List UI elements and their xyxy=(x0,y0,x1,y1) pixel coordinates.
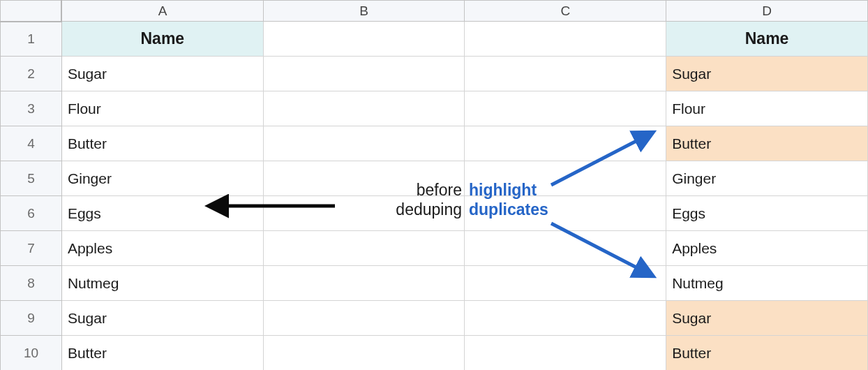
select-all-corner[interactable] xyxy=(1,1,62,22)
cell-A4[interactable]: Butter xyxy=(61,126,263,161)
cell-C3[interactable] xyxy=(465,91,666,126)
cell-D4[interactable]: Butter xyxy=(666,126,868,161)
spreadsheet-grid[interactable]: A B C D 1 Name Name 2 Sugar Sugar 3 Flou… xyxy=(0,0,868,370)
row-header-2[interactable]: 2 xyxy=(1,57,62,91)
cell-B9[interactable] xyxy=(263,301,465,336)
cell-D7[interactable]: Apples xyxy=(666,231,868,266)
cell-C9[interactable] xyxy=(465,301,666,336)
cell-D9[interactable]: Sugar xyxy=(666,301,868,336)
row-header-1[interactable]: 1 xyxy=(1,22,62,57)
col-header-B[interactable]: B xyxy=(263,1,465,22)
cell-B8[interactable] xyxy=(263,266,465,301)
cell-C10[interactable] xyxy=(465,336,666,371)
annotation-duplicates-label: duplicates xyxy=(469,200,548,219)
annotation-deduping-label: deduping xyxy=(396,200,462,219)
cell-C8[interactable] xyxy=(465,266,666,301)
annotation-before-deduping: before deduping xyxy=(340,181,462,219)
col-header-A[interactable]: A xyxy=(61,1,263,22)
annotation-before-label: before xyxy=(417,181,462,199)
cell-D6[interactable]: Eggs xyxy=(666,196,868,231)
cell-B10[interactable] xyxy=(263,336,465,371)
cell-A2[interactable]: Sugar xyxy=(61,57,263,91)
col-header-C[interactable]: C xyxy=(465,1,666,22)
row-header-6[interactable]: 6 xyxy=(1,196,62,231)
cell-D8[interactable]: Nutmeg xyxy=(666,266,868,301)
row-header-4[interactable]: 4 xyxy=(1,126,62,161)
cell-D2[interactable]: Sugar xyxy=(666,57,868,91)
cell-A5[interactable]: Ginger xyxy=(61,161,263,196)
cell-B3[interactable] xyxy=(263,91,465,126)
col-header-D[interactable]: D xyxy=(666,1,868,22)
cell-B4[interactable] xyxy=(263,126,465,161)
cell-A6[interactable]: Eggs xyxy=(61,196,263,231)
cell-A8[interactable]: Nutmeg xyxy=(61,266,263,301)
row-header-8[interactable]: 8 xyxy=(1,266,62,301)
cell-D10[interactable]: Butter xyxy=(666,336,868,371)
cell-C1[interactable] xyxy=(465,22,666,57)
cell-A7[interactable]: Apples xyxy=(61,231,263,266)
row-header-5[interactable]: 5 xyxy=(1,161,62,196)
cell-D1[interactable]: Name xyxy=(666,22,868,57)
cell-D3[interactable]: Flour xyxy=(666,91,868,126)
cell-B7[interactable] xyxy=(263,231,465,266)
row-header-9[interactable]: 9 xyxy=(1,301,62,336)
cell-A1[interactable]: Name xyxy=(61,22,263,57)
cell-B2[interactable] xyxy=(263,57,465,91)
row-header-3[interactable]: 3 xyxy=(1,91,62,126)
cell-C4[interactable] xyxy=(465,126,666,161)
row-header-7[interactable]: 7 xyxy=(1,231,62,266)
annotation-highlight-duplicates: highlight duplicates xyxy=(469,181,574,219)
cell-B1[interactable] xyxy=(263,22,465,57)
cell-C2[interactable] xyxy=(465,57,666,91)
cell-C7[interactable] xyxy=(465,231,666,266)
annotation-highlight-label: highlight xyxy=(469,181,537,199)
cell-A10[interactable]: Butter xyxy=(61,336,263,371)
cell-A9[interactable]: Sugar xyxy=(61,301,263,336)
cell-D5[interactable]: Ginger xyxy=(666,161,868,196)
cell-A3[interactable]: Flour xyxy=(61,91,263,126)
row-header-10[interactable]: 10 xyxy=(1,336,62,371)
